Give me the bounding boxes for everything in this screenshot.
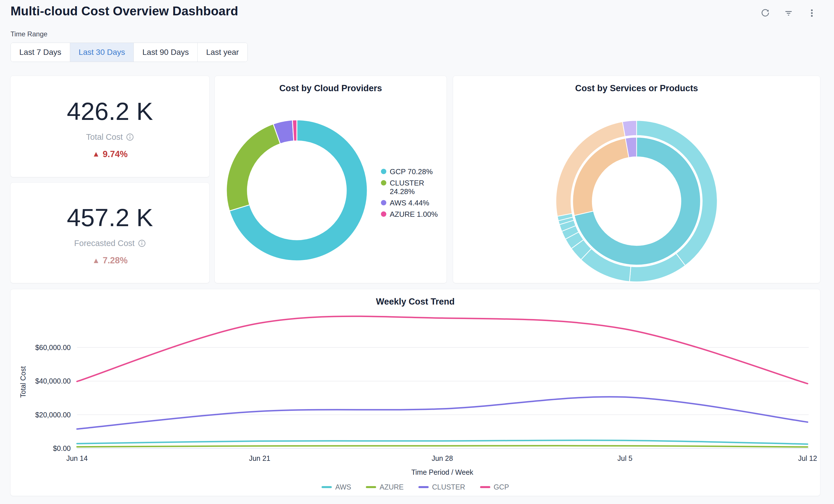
legend-label: GCP [494,483,509,491]
legend-dash-icon [366,486,376,488]
legend-dot-icon [381,211,386,217]
legend-item-gcp[interactable]: GCP 70.28% [381,167,442,176]
y-tick-label: $60,000.00 [35,344,71,351]
kpi-label: Forecasted Cost [74,239,135,248]
series-line-azure [77,446,808,447]
weekly-trend-line-chart: $0.00$20,000.00$40,000.00$60,000.00Jun 1… [10,289,820,480]
time-range-label: Time Range [10,30,47,38]
trend-legend-item-cluster[interactable]: CLUSTER [418,483,465,491]
kpi-delta-value: 7.28% [103,256,128,266]
up-triangle-icon: ▲ [92,257,100,264]
y-axis-title: Total Cost [19,366,27,398]
y-tick-label: $40,000.00 [35,377,71,385]
page-title: Multi-cloud Cost Overview Dashboard [10,4,238,18]
legend-dash-icon [480,486,490,488]
legend-item-cluster[interactable]: CLUSTER 24.28% [381,179,442,196]
legend-dot-icon [381,200,386,205]
kpi-delta: ▲ 7.28% [92,256,128,266]
forecasted-cost-card: 457.2 K Forecasted Cost ▲ 7.28% [10,182,210,283]
filter-icon[interactable] [783,7,794,19]
info-icon[interactable] [126,133,134,141]
legend-label: AZURE 1.00% [390,210,438,219]
kpi-value: 457.2 K [67,205,153,230]
header-actions [760,7,817,19]
y-tick-label: $20,000.00 [35,411,71,419]
trend-legend: AWSAZURECLUSTERGCP [10,483,820,491]
time-range-option-2[interactable]: Last 90 Days [133,43,197,62]
kpi-delta: ▲ 9.74% [92,149,128,159]
trend-legend-item-aws[interactable]: AWS [322,483,351,491]
legend-label: AZURE [379,483,404,491]
time-range-option-3[interactable]: Last year [197,43,247,62]
legend-item-azure[interactable]: AZURE 1.00% [381,210,442,219]
x-tick-label: Jun 28 [432,454,453,462]
time-range-option-1[interactable]: Last 30 Days [70,43,133,62]
kpi-value: 426.2 K [67,99,153,124]
services-sunburst-chart [453,76,820,283]
sunburst-outer-aws-10[interactable] [622,120,637,137]
legend-item-aws[interactable]: AWS 4.44% [381,199,442,207]
legend-dot-icon [381,180,386,185]
series-line-gcp [77,316,808,384]
series-line-aws [77,440,808,444]
x-tick-label: Jul 5 [618,454,633,462]
kebab-menu-icon[interactable] [806,7,817,19]
legend-label: AWS 4.44% [390,199,429,207]
time-range-option-0[interactable]: Last 7 Days [11,43,70,62]
legend-label: CLUSTER [432,483,465,491]
legend-dash-icon [322,486,332,488]
total-cost-card: 426.2 K Total Cost ▲ 9.74% [10,75,210,177]
series-line-cluster [77,397,808,429]
cost-by-services-card: Cost by Services or Products [453,75,820,283]
donut-segment-cluster[interactable] [226,124,280,211]
trend-legend-item-gcp[interactable]: GCP [480,483,509,491]
legend-label: GCP 70.28% [390,167,433,176]
legend-dash-icon [418,486,429,488]
legend-label: AWS [335,483,351,491]
x-axis-title: Time Period / Week [10,468,834,477]
info-icon[interactable] [138,240,146,247]
y-tick-label: $0.00 [53,444,71,452]
donut-legend: GCP 70.28%CLUSTER 24.28%AWS 4.44%AZURE 1… [381,167,442,221]
up-triangle-icon: ▲ [92,150,100,158]
refresh-icon[interactable] [760,7,771,19]
legend-dot-icon [381,169,386,174]
cost-by-cloud-providers-card: Cost by Cloud Providers GCP 70.28%CLUSTE… [215,75,447,283]
trend-legend-item-azure[interactable]: AZURE [366,483,404,491]
x-tick-label: Jul 12 [798,454,817,462]
x-tick-label: Jun 21 [249,454,270,462]
kpi-delta-value: 9.74% [103,149,128,159]
weekly-cost-trend-card: Weekly Cost Trend $0.00$20,000.00$40,000… [10,289,820,496]
legend-label: CLUSTER 24.28% [390,179,442,196]
time-range-group: Last 7 Days Last 30 Days Last 90 Days La… [10,43,248,62]
kpi-label: Total Cost [86,132,123,142]
x-tick-label: Jun 14 [66,454,87,462]
